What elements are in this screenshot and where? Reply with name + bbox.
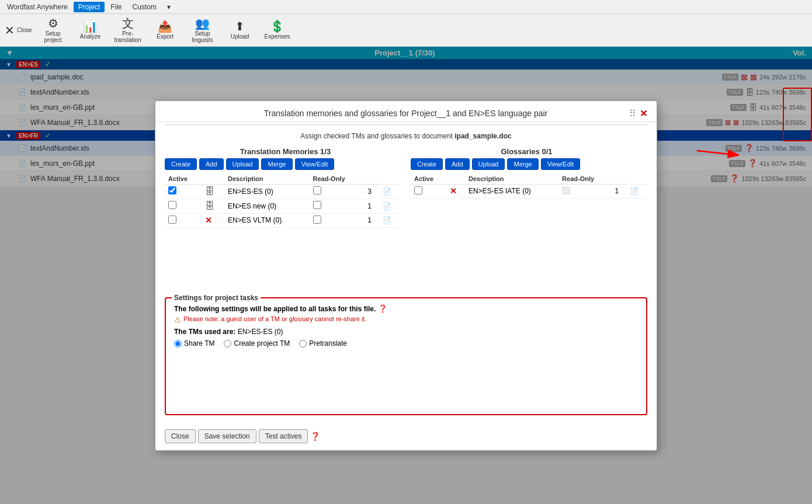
radio-share-tm-label: Share TM <box>184 339 214 347</box>
export-icon: 📤 <box>158 20 172 32</box>
setup-project-button[interactable]: ⚙ Setup project <box>37 16 70 44</box>
test-actives-button[interactable]: Test actives <box>259 429 308 443</box>
menu-chevron[interactable]: ▾ <box>162 2 175 12</box>
analyze-icon: 📊 <box>83 20 98 32</box>
save-selection-button[interactable]: Save selection <box>198 429 256 443</box>
glos-readonly-header: Read-Only <box>558 173 611 185</box>
settings-legend: Settings for project tasks <box>172 294 261 302</box>
tm-cross-icon-2: ✕ <box>205 215 212 225</box>
tm-row-1: 🗄 EN>ES new (0) 1 📄 <box>165 199 401 213</box>
setup-project-icon: ⚙ <box>48 18 58 29</box>
upload-icon: ⬆ <box>235 20 245 32</box>
tm-merge-button[interactable]: Merge <box>261 158 292 170</box>
modal-overlay: Translation memories and glossaries for … <box>0 47 812 504</box>
tm-table: Active Description Read-Only 🗄 <box>165 173 401 228</box>
tms-used-label: The TMs used are: EN>ES-ES (0) <box>174 328 638 336</box>
close-label: Close <box>17 27 32 33</box>
tm-active-cb-1[interactable] <box>168 201 176 209</box>
menu-file[interactable]: File <box>106 2 126 12</box>
setup-linguists-label: Setup linguists <box>186 30 219 43</box>
tm-count-header <box>364 173 379 185</box>
help-icon-inline[interactable]: ❓ <box>378 304 387 313</box>
glos-row-0: ✕ EN>ES-ES IATE (0) 1 📄 <box>411 184 647 198</box>
tm-upload-button[interactable]: Upload <box>226 158 259 170</box>
menu-wordfast[interactable]: Wordfast Anywhere <box>2 2 72 12</box>
settings-main-text: The following settings will be applied t… <box>174 304 638 313</box>
modal-title: Translation memories and glossaries for … <box>182 109 629 118</box>
tm-db-icon-0: 🗄 <box>205 186 214 196</box>
menu-project[interactable]: Project <box>74 2 105 12</box>
radio-pretranslate-label: Pretranslate <box>309 339 347 347</box>
glos-readonly-cb-0[interactable] <box>562 186 570 194</box>
glossaries-section-label: Glossaries 0/1 <box>406 145 647 158</box>
glossary-upload-button[interactable]: Upload <box>472 158 505 170</box>
tm-desc-0: EN>ES-ES (0) <box>224 184 310 199</box>
tm-view-edit-button[interactable]: View/Edit <box>295 158 335 170</box>
analyze-label: Analyze <box>80 33 101 40</box>
drag-icon[interactable]: ⠿ <box>629 108 636 119</box>
tm-readonly-cb-2[interactable] <box>313 215 321 224</box>
subtitle-filename: ipad_sample.doc <box>454 132 511 140</box>
tm-create-button[interactable]: Create <box>165 158 197 170</box>
tm-readonly-cb-0[interactable] <box>313 186 321 194</box>
glos-count-header <box>611 173 626 185</box>
glos-file-icon-0: 📄 <box>630 187 639 195</box>
close-button[interactable]: ✕ Close <box>5 16 32 44</box>
modal-header: Translation memories and glossaries for … <box>155 101 657 122</box>
export-button[interactable]: 📤 Export <box>149 16 182 44</box>
tm-count-0: 3 <box>364 184 379 199</box>
glos-cross-icon-0: ✕ <box>450 186 457 196</box>
glossary-view-edit-button[interactable]: View/Edit <box>541 158 581 170</box>
radio-group: Share TM Create project TM Pretranslate <box>174 339 638 347</box>
setup-linguists-button[interactable]: 👥 Setup linguists <box>186 16 219 44</box>
glos-count-0: 1 <box>611 184 626 198</box>
tm-active-cb-2[interactable] <box>168 215 176 224</box>
tm-file-icon-1: 📄 <box>383 202 391 210</box>
settings-note-text: Please note: a guest user of a TM or glo… <box>183 315 366 322</box>
tm-file-icon-2: 📄 <box>383 216 391 224</box>
tm-readonly-header: Read-Only <box>310 173 365 185</box>
glos-desc-0: EN>ES-ES IATE (0) <box>465 184 558 198</box>
setup-project-label: Setup project <box>37 30 70 43</box>
glos-active-cb-0[interactable] <box>414 186 422 194</box>
panels-container: Create Add Upload Merge View/Edit Active… <box>155 158 657 228</box>
tm-active-header: Active <box>165 173 202 185</box>
tm-file-icon-0: 📄 <box>383 187 391 196</box>
project-area: ▼ Project__1 (7/30) Vol. ▼ EN>ES ✓ 📄 ipa… <box>0 47 812 504</box>
tm-panel: Create Add Upload Merge View/Edit Active… <box>165 158 401 228</box>
tms-used-value: EN>ES-ES (0) <box>238 328 283 336</box>
tm-active-cb-0[interactable] <box>168 186 176 194</box>
analyze-button[interactable]: 📊 Analyze <box>74 16 107 44</box>
radio-create-project-tm[interactable]: Create project TM <box>224 339 290 347</box>
radio-create-project-tm-input[interactable] <box>224 340 231 347</box>
close-modal-button[interactable]: ✕ <box>640 108 647 119</box>
tm-add-button[interactable]: Add <box>199 158 224 170</box>
tm-section-label: Translation Memories 1/3 <box>165 145 406 158</box>
footer-help-icon[interactable]: ❓ <box>310 432 320 441</box>
glossaries-panel: Create Add Upload Merge View/Edit Active… <box>411 158 647 228</box>
pretranslation-label: Pre-translation <box>112 30 144 43</box>
close-icon: ✕ <box>5 25 15 36</box>
warning-icon: ⚠ <box>174 315 181 324</box>
toolbar: ✕ Close ⚙ Setup project 📊 Analyze 文 Pre-… <box>0 14 812 47</box>
sections-row: Translation Memories 1/3 Glossaries 0/1 <box>155 145 657 158</box>
radio-pretranslate[interactable]: Pretranslate <box>299 339 347 347</box>
close-button[interactable]: Close <box>165 429 196 443</box>
expenses-button[interactable]: 💲 Expenses <box>261 16 294 44</box>
tm-readonly-cb-1[interactable] <box>313 201 321 209</box>
pretranslation-button[interactable]: 文 Pre-translation <box>112 16 144 44</box>
modal-footer: Close Save selection Test actives ❓ <box>155 425 657 450</box>
glossary-add-button[interactable]: Add <box>445 158 470 170</box>
glossary-merge-button[interactable]: Merge <box>507 158 538 170</box>
radio-share-tm-input[interactable] <box>174 340 182 347</box>
menu-bar: Wordfast Anywhere Project File Custom ▾ <box>0 0 812 14</box>
radio-pretranslate-input[interactable] <box>299 340 307 347</box>
menu-custom[interactable]: Custom <box>128 2 161 12</box>
upload-button[interactable]: ⬆ Upload <box>224 16 256 44</box>
radio-share-tm[interactable]: Share TM <box>174 339 214 347</box>
tm-db-icon-1: 🗄 <box>205 201 214 211</box>
tm-count-1: 1 <box>364 199 379 213</box>
settings-note: ⚠ Please note: a guest user of a TM or g… <box>174 315 638 324</box>
glossary-create-button[interactable]: Create <box>411 158 443 170</box>
expenses-label: Expenses <box>265 33 290 40</box>
